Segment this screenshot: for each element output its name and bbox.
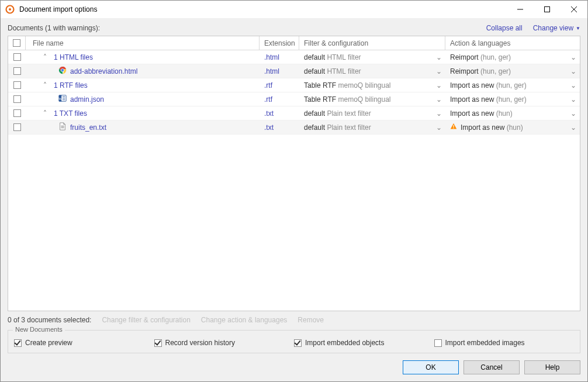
select-all-checkbox[interactable] — [13, 39, 20, 47]
filter-combo[interactable]: default HTML filter⌄ — [304, 67, 445, 75]
group-row: ˄1 RTF files.rtfTable RTF memoQ bilingua… — [8, 78, 580, 92]
collapse-all-link[interactable]: Collapse all — [486, 24, 523, 32]
import-objects-checkbox[interactable] — [294, 339, 302, 347]
col-extension[interactable]: Extension — [260, 36, 299, 50]
header-row: Documents (1 with warnings): Collapse al… — [8, 24, 580, 32]
close-button[interactable] — [561, 1, 587, 18]
file-row: add-abbreviation.html.htmldefault HTML f… — [8, 64, 580, 78]
svg-point-8 — [61, 69, 64, 71]
dropdown-icon: ▼ — [576, 26, 580, 31]
action-combo[interactable]: Import as new (hun)⌄ — [450, 109, 580, 118]
file-name[interactable]: admin.json — [70, 95, 104, 104]
file-icon — [58, 122, 67, 132]
collapse-icon[interactable]: ˄ — [42, 81, 48, 90]
col-filter[interactable]: Filter & configuration — [299, 36, 445, 50]
new-documents-fieldset: New Documents Create preview Record vers… — [8, 330, 580, 353]
group-label[interactable]: 1 HTML files — [54, 53, 93, 61]
import-images-checkbox[interactable] — [434, 339, 442, 347]
documents-label: Documents (1 with warnings): — [8, 24, 100, 32]
chevron-down-icon: ⌄ — [570, 53, 576, 61]
svg-rect-3 — [545, 7, 550, 12]
group-label[interactable]: 1 TXT files — [54, 109, 87, 118]
maximize-button[interactable] — [534, 1, 561, 18]
action-combo[interactable]: Reimport (hun, ger)⌄ — [450, 67, 580, 75]
chevron-down-icon: ⌄ — [436, 123, 442, 132]
dialog-buttons: OK Cancel Help — [8, 360, 580, 374]
row-checkbox[interactable] — [13, 81, 21, 89]
group-row: ˄1 HTML files.htmldefault HTML filter⌄Re… — [8, 50, 580, 64]
row-checkbox[interactable] — [13, 95, 21, 103]
file-row: Wadmin.json.rtfTable RTF memoQ bilingual… — [8, 92, 580, 106]
record-history-option[interactable]: Record version history — [154, 339, 295, 347]
app-icon — [5, 5, 15, 14]
chevron-down-icon: ⌄ — [570, 81, 576, 90]
chevron-down-icon: ⌄ — [570, 123, 576, 132]
file-row: fruits_en.txt.txtdefault Plain text filt… — [8, 121, 580, 135]
row-checkbox[interactable] — [13, 109, 21, 117]
col-filename[interactable]: File name — [26, 36, 260, 50]
action-combo[interactable]: Reimport (hun, ger)⌄ — [450, 53, 580, 61]
remove-link: Remove — [298, 316, 324, 324]
action-combo[interactable]: Import as new (hun, ger)⌄ — [450, 81, 580, 90]
change-action-link: Change action & languages — [201, 316, 287, 324]
extension-cell: .rtf — [260, 92, 299, 106]
svg-rect-18 — [453, 125, 454, 128]
change-filter-link: Change filter & configuration — [102, 316, 190, 324]
chevron-down-icon: ⌄ — [570, 95, 576, 104]
chevron-down-icon: ⌄ — [570, 109, 576, 118]
svg-rect-19 — [453, 128, 454, 128]
group-row: ˄1 TXT files.txtdefault Plain text filte… — [8, 106, 580, 121]
import-images-option[interactable]: Import embedded images — [434, 339, 575, 347]
change-view-link[interactable]: Change view ▼ — [533, 24, 580, 32]
chevron-down-icon: ⌄ — [436, 95, 442, 104]
action-combo[interactable]: Import as new (hun, ger)⌄ — [450, 95, 580, 104]
record-history-checkbox[interactable] — [154, 339, 162, 347]
window-title: Document import options — [19, 5, 507, 13]
chevron-down-icon: ⌄ — [436, 53, 442, 61]
titlebar: Document import options — [1, 1, 587, 18]
extension-cell: .html — [260, 50, 299, 64]
cancel-button[interactable]: Cancel — [464, 360, 520, 374]
import-objects-option[interactable]: Import embedded objects — [294, 339, 434, 347]
filter-combo[interactable]: Table RTF memoQ bilingual⌄ — [304, 95, 445, 104]
documents-grid: File name Extension Filter & configurati… — [8, 36, 580, 311]
ok-button[interactable]: OK — [403, 360, 459, 374]
help-button[interactable]: Help — [524, 360, 580, 374]
row-checkbox[interactable] — [13, 67, 21, 75]
collapse-icon[interactable]: ˄ — [42, 109, 48, 118]
filter-combo[interactable]: default Plain text filter⌄ — [304, 109, 445, 118]
group-label[interactable]: 1 RTF files — [54, 81, 88, 90]
row-checkbox[interactable] — [13, 123, 21, 131]
file-icon: W — [58, 94, 67, 104]
file-name[interactable]: add-abbreviation.html — [70, 67, 137, 75]
row-checkbox[interactable] — [13, 53, 21, 61]
extension-cell: .html — [260, 64, 299, 78]
chevron-down-icon: ⌄ — [570, 67, 576, 75]
window: Document import options Documents (1 wit… — [0, 0, 588, 382]
minimize-button[interactable] — [507, 1, 534, 18]
file-name[interactable]: fruits_en.txt — [70, 123, 106, 132]
col-action[interactable]: Action & languages — [445, 36, 580, 50]
filter-combo[interactable]: default HTML filter⌄ — [304, 53, 445, 61]
filter-combo[interactable]: Table RTF memoQ bilingual⌄ — [304, 81, 445, 90]
chevron-down-icon: ⌄ — [436, 81, 442, 90]
content-area: Documents (1 with warnings): Collapse al… — [1, 18, 587, 381]
chevron-down-icon: ⌄ — [436, 109, 442, 118]
create-preview-checkbox[interactable] — [14, 339, 22, 347]
svg-text:W: W — [58, 97, 62, 101]
create-preview-option[interactable]: Create preview — [14, 339, 154, 347]
extension-cell: .txt — [260, 121, 299, 134]
action-combo[interactable]: Import as new (hun)⌄ — [450, 123, 580, 132]
file-icon — [58, 66, 67, 76]
filter-combo[interactable]: default Plain text filter⌄ — [304, 123, 445, 132]
window-controls — [507, 1, 587, 18]
new-documents-legend: New Documents — [13, 326, 65, 333]
selection-status-row: 0 of 3 documents selected: Change filter… — [8, 316, 580, 324]
grid-body: ˄1 HTML files.htmldefault HTML filter⌄Re… — [8, 50, 580, 135]
chevron-down-icon: ⌄ — [436, 67, 442, 75]
grid-header: File name Extension Filter & configurati… — [8, 36, 580, 50]
selection-count: 0 of 3 documents selected: — [8, 316, 91, 324]
warning-icon — [450, 123, 457, 132]
extension-cell: .txt — [260, 106, 299, 120]
collapse-icon[interactable]: ˄ — [42, 53, 48, 61]
